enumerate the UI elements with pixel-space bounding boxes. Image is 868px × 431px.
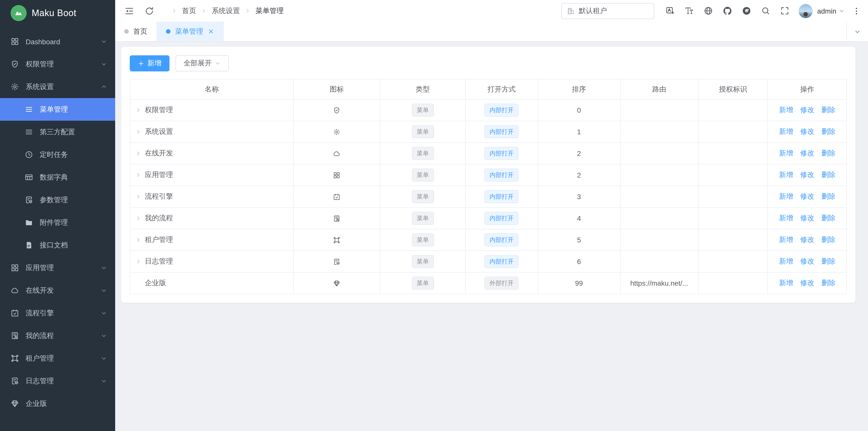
sidebar-collapse-icon[interactable] xyxy=(124,6,134,16)
row-add-link[interactable]: 新增 xyxy=(779,127,793,136)
route-value xyxy=(620,121,698,143)
chevron-right-icon xyxy=(171,7,178,14)
row-edit-link[interactable]: 修改 xyxy=(800,279,814,288)
route-value xyxy=(620,229,698,251)
open-mode-badge: 内部打开 xyxy=(485,168,519,182)
expand-row-icon[interactable] xyxy=(135,172,141,178)
row-add-link[interactable]: 新增 xyxy=(779,105,793,115)
page-tab[interactable]: 首页 xyxy=(115,22,157,41)
row-add-link[interactable]: 新增 xyxy=(779,235,793,244)
row-edit-link[interactable]: 修改 xyxy=(800,127,814,136)
row-add-link[interactable]: 新增 xyxy=(779,279,793,288)
row-delete-link[interactable]: 删除 xyxy=(821,279,835,288)
expand-row-icon[interactable] xyxy=(135,237,141,243)
chevron-down-icon xyxy=(100,61,107,67)
table-row: 日志管理 菜单 内部打开 6 xyxy=(130,251,847,272)
tab-dot xyxy=(124,29,129,34)
sidebar-item[interactable]: 数据字典 xyxy=(0,166,115,189)
breadcrumb-item[interactable]: 首页 xyxy=(166,6,196,16)
table-row: 租户管理 菜单 内部打开 5 xyxy=(130,229,847,251)
row-edit-link[interactable]: 修改 xyxy=(800,257,814,266)
row-edit-link[interactable]: 修改 xyxy=(800,149,814,158)
expand-row-icon[interactable] xyxy=(135,150,141,156)
sidebar-item[interactable]: 流程引擎 xyxy=(0,302,115,325)
row-delete-link[interactable]: 删除 xyxy=(821,127,835,136)
row-delete-link[interactable]: 删除 xyxy=(821,105,835,115)
row-edit-link[interactable]: 修改 xyxy=(800,192,814,201)
expand-row-icon[interactable] xyxy=(135,107,141,113)
sidebar-item-label: Dashboard xyxy=(26,37,100,45)
menu-lines-icon xyxy=(25,105,33,114)
row-edit-link[interactable]: 修改 xyxy=(800,105,814,115)
user-menu[interactable]: admin xyxy=(799,4,845,18)
row-delete-link[interactable]: 删除 xyxy=(821,171,835,180)
row-add-link[interactable]: 新增 xyxy=(779,192,793,201)
menu-name: 系统设置 xyxy=(145,127,173,136)
sidebar-item-label: 应用管理 xyxy=(26,263,100,272)
menu-name: 权限管理 xyxy=(145,105,173,115)
row-add-link[interactable]: 新增 xyxy=(779,171,793,180)
sidebar-item[interactable]: 系统设置 xyxy=(0,75,115,98)
sidebar-item[interactable]: 租户管理 xyxy=(0,347,115,370)
clock-icon xyxy=(25,150,33,159)
row-edit-link[interactable]: 修改 xyxy=(800,235,814,244)
sidebar-item[interactable]: 应用管理 xyxy=(0,256,115,279)
font-size-icon[interactable] xyxy=(684,6,694,16)
gitee-icon[interactable] xyxy=(742,6,751,16)
row-add-link[interactable]: 新增 xyxy=(779,257,793,266)
sort-value: 6 xyxy=(538,251,620,272)
sidebar-item[interactable]: 在线开发 xyxy=(0,279,115,302)
row-edit-link[interactable]: 修改 xyxy=(800,214,814,223)
sidebar-item[interactable]: 附件管理 xyxy=(0,211,115,234)
row-edit-link[interactable]: 修改 xyxy=(800,171,814,180)
expand-row-icon[interactable] xyxy=(135,258,141,265)
expand-row-icon[interactable] xyxy=(135,194,141,199)
tab-list-dropdown[interactable] xyxy=(846,22,868,41)
sidebar-item[interactable]: 日志管理 xyxy=(0,370,115,392)
tenant-select[interactable]: 默认租户 xyxy=(561,3,654,19)
sidebar-item[interactable]: 权限管理 xyxy=(0,53,115,75)
sidebar-item[interactable]: 定时任务 xyxy=(0,143,115,166)
chevron-down-icon xyxy=(100,38,107,45)
sidebar-item[interactable]: 接口文档 xyxy=(0,234,115,256)
sidebar-item-label: 数据字典 xyxy=(40,173,107,182)
add-button[interactable]: 新增 xyxy=(130,55,169,71)
refresh-icon[interactable] xyxy=(144,6,154,16)
expand-all-button[interactable]: 全部展开 xyxy=(176,55,229,71)
building-icon xyxy=(567,7,575,15)
sidebar-item-label: 第三方配置 xyxy=(40,127,107,136)
translate-icon[interactable] xyxy=(665,6,675,16)
sidebar-item-label: 附件管理 xyxy=(40,218,107,227)
diamond-icon xyxy=(10,399,19,408)
sidebar-item[interactable]: 菜单管理 xyxy=(0,98,115,121)
expand-row-icon[interactable] xyxy=(135,129,141,135)
row-add-link[interactable]: 新增 xyxy=(779,149,793,158)
sidebar-item[interactable]: 参数管理 xyxy=(0,189,115,211)
menu-name: 在线开发 xyxy=(145,149,173,158)
row-delete-link[interactable]: 删除 xyxy=(821,235,835,244)
page-tab[interactable]: 菜单管理 xyxy=(157,22,224,41)
breadcrumb-item[interactable]: 菜单管理 xyxy=(240,6,284,16)
sidebar-item[interactable]: 第三方配置 xyxy=(0,121,115,143)
breadcrumb-item[interactable]: 系统设置 xyxy=(196,6,240,16)
row-delete-link[interactable]: 删除 xyxy=(821,257,835,266)
fullscreen-icon[interactable] xyxy=(780,6,789,16)
sidebar-item[interactable]: 企业版 xyxy=(0,392,115,415)
table-toolbar: 新增 全部展开 xyxy=(130,55,847,71)
cloud-icon xyxy=(10,286,19,295)
search-icon[interactable] xyxy=(761,6,770,16)
row-delete-link[interactable]: 删除 xyxy=(821,214,835,223)
calendar-check-icon xyxy=(333,193,340,201)
row-add-link[interactable]: 新增 xyxy=(779,214,793,223)
row-delete-link[interactable]: 删除 xyxy=(821,149,835,158)
github-icon[interactable] xyxy=(723,6,732,16)
tab-close-icon[interactable] xyxy=(208,28,214,35)
language-globe-icon[interactable] xyxy=(704,6,713,16)
col-sort: 排序 xyxy=(538,79,620,99)
expand-row-icon[interactable] xyxy=(135,215,141,221)
row-delete-link[interactable]: 删除 xyxy=(821,192,835,201)
auth-value xyxy=(698,251,768,272)
sidebar-item[interactable]: 我的流程 xyxy=(0,325,115,347)
sidebar-item[interactable]: Dashboard xyxy=(0,30,115,53)
settings-more-icon[interactable] xyxy=(852,6,861,16)
